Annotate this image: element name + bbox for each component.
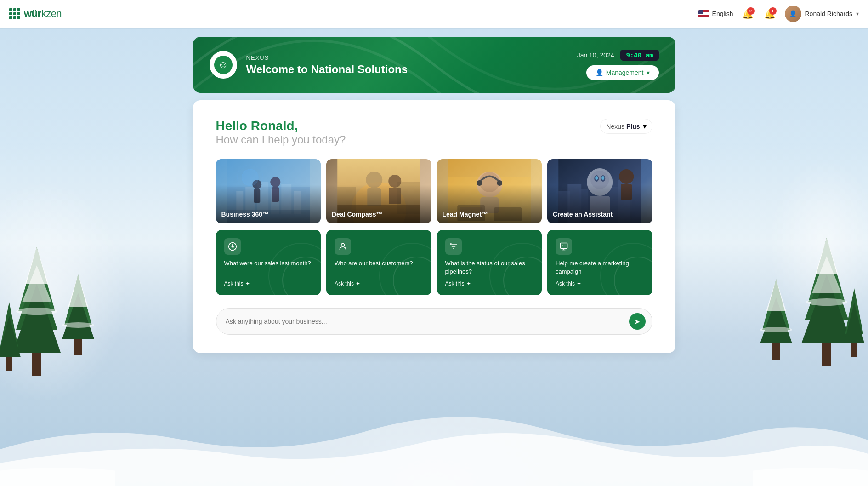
suggestion-link-0[interactable]: Ask this ✦: [224, 280, 313, 287]
hero-left-area: ☺ NEXUS Welcome to National Solutions: [210, 51, 408, 79]
notification-badge-1: 2: [747, 7, 755, 15]
feature-card-label-deal: Deal Compass™: [332, 211, 382, 218]
suggestion-link-3[interactable]: Ask this ✦: [556, 280, 644, 287]
svg-rect-86: [561, 243, 567, 249]
search-submit-button[interactable]: ➤: [629, 313, 646, 330]
suggestion-card-0[interactable]: What were our sales last month? Ask this…: [216, 230, 321, 295]
greeting-hello: Hello Ronald,: [216, 119, 346, 133]
suggestion-icon-3: [556, 238, 572, 255]
hero-banner: ☺ NEXUS Welcome to National Solutions Ja…: [193, 37, 675, 93]
username-label: Ronald Richards: [805, 10, 853, 17]
hero-title: Welcome to National Solutions: [246, 63, 408, 76]
management-chevron: ▾: [647, 69, 650, 76]
hero-text-area: NEXUS Welcome to National Solutions: [246, 54, 408, 76]
suggestion-link-1[interactable]: Ask this ✦: [335, 280, 423, 287]
notifications-bell-2[interactable]: 🔔 1: [763, 6, 777, 21]
arrow-icon-0: ✦: [245, 280, 250, 287]
arrow-icon-2: ✦: [466, 280, 471, 287]
feature-card-deal[interactable]: Deal Compass™: [326, 159, 431, 223]
feature-card-lead[interactable]: Lead Magnet™: [437, 159, 542, 223]
suggestion-card-3[interactable]: Help me create a marketing campaign Ask …: [547, 230, 652, 295]
suggestion-icon-1: [335, 238, 351, 255]
main-content: ☺ NEXUS Welcome to National Solutions Ja…: [0, 28, 868, 486]
feature-card-label-business: Business 360™: [221, 211, 269, 218]
feature-card-label-assistant: Create an Assistant: [553, 211, 613, 218]
feature-card-business[interactable]: Business 360™: [216, 159, 321, 223]
nexus-badge[interactable]: Nexus Plus ▾: [600, 119, 652, 134]
search-bar: ➤: [216, 308, 652, 335]
suggestion-link-2[interactable]: Ask this ✦: [445, 280, 534, 287]
send-icon: ➤: [634, 317, 640, 326]
greeting-subtitle: How can I help you today?: [216, 133, 346, 146]
user-avatar: 👤: [785, 6, 801, 22]
greeting-text: Hello Ronald, How can I help you today?: [216, 119, 346, 146]
grid-icon[interactable]: [9, 8, 20, 19]
greeting-row: Hello Ronald, How can I help you today? …: [216, 119, 652, 146]
avatar-image: 👤: [785, 6, 801, 22]
svg-point-84: [341, 243, 345, 246]
navbar: würkzen English 🔔 2 🔔 1 👤 Ronald Richard…: [0, 0, 868, 28]
language-selector[interactable]: English: [698, 10, 733, 17]
management-icon: 👤: [596, 69, 603, 76]
suggestion-icon-0: [224, 238, 241, 255]
suggestion-text-3: Help me create a marketing campaign: [556, 259, 644, 276]
language-label: English: [712, 10, 733, 17]
suggestion-icon-2: [445, 238, 462, 255]
suggestion-card-2[interactable]: What is the status of our sales pipeline…: [437, 230, 542, 295]
suggestion-text-2: What is the status of our sales pipeline…: [445, 259, 534, 276]
flag-icon: [698, 10, 709, 17]
logo-area: würkzen: [9, 8, 698, 20]
suggestion-text-0: What were our sales last month?: [224, 259, 313, 276]
search-input[interactable]: [226, 318, 629, 325]
feature-card-assistant[interactable]: Create an Assistant: [547, 159, 652, 223]
hero-time: 9:40 am: [620, 50, 658, 61]
notification-badge-2: 1: [769, 7, 777, 15]
nexus-chevron: ▾: [643, 122, 647, 131]
svg-point-83: [231, 246, 233, 248]
svg-point-87: [562, 246, 563, 246]
user-menu[interactable]: 👤 Ronald Richards ▾: [785, 6, 859, 22]
suggestion-text-1: Who are our best customers?: [335, 259, 423, 276]
hero-logo: ☺: [210, 51, 237, 79]
suggestion-card-1[interactable]: Who are our best customers? Ask this ✦: [326, 230, 431, 295]
brand-name: würkzen: [24, 8, 62, 20]
main-card: Hello Ronald, How can I help you today? …: [193, 100, 675, 353]
suggestions-grid: What were our sales last month? Ask this…: [216, 230, 652, 295]
svg-point-88: [565, 246, 566, 246]
management-label: Management: [606, 69, 644, 76]
hero-logo-icon: ☺: [214, 56, 233, 74]
notifications-bell-1[interactable]: 🔔 2: [741, 6, 755, 21]
user-menu-chevron: ▾: [856, 11, 859, 17]
hero-date: Jan 10, 2024.: [577, 51, 616, 59]
management-button[interactable]: 👤 Management ▾: [586, 65, 659, 80]
hero-nexus-label: NEXUS: [246, 54, 408, 61]
hero-right-area: Jan 10, 2024. 9:40 am 👤 Management ▾: [577, 50, 659, 80]
feature-card-label-lead: Lead Magnet™: [443, 211, 488, 218]
nav-right-area: English 🔔 2 🔔 1 👤 Ronald Richards ▾: [698, 6, 859, 22]
arrow-icon-3: ✦: [577, 280, 581, 287]
nexus-plan-label: Nexus Plus: [606, 123, 640, 130]
arrow-icon-1: ✦: [356, 280, 360, 287]
feature-cards-grid: Business 360™: [216, 159, 652, 223]
